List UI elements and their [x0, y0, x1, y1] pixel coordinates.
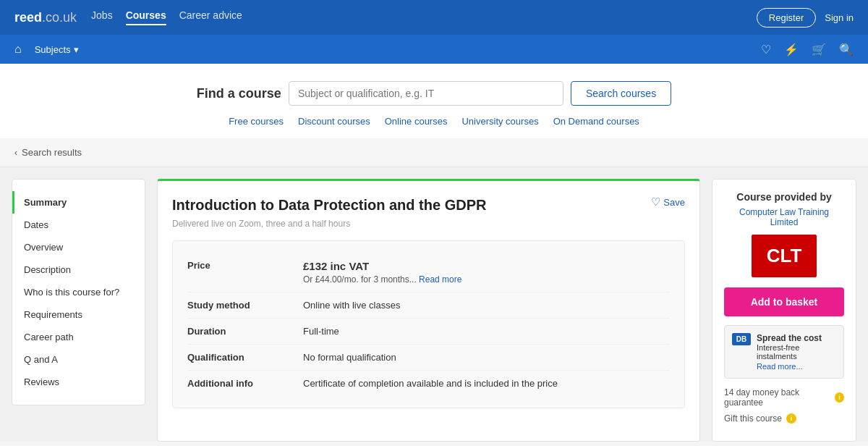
price-sub: Or £44.00/mo. for 3 months... Read more: [303, 274, 670, 285]
sidebar-item-dates[interactable]: Dates: [12, 214, 145, 236]
free-courses-link[interactable]: Free courses: [229, 116, 284, 127]
sidebar-item-label: Dates: [24, 219, 48, 230]
second-nav: ⌂ Subjects ▾ ♡ ⚡ 🛒 🔍: [0, 35, 868, 64]
nav-link-courses[interactable]: Courses: [126, 9, 166, 25]
sidebar-item-label: Q and A: [24, 354, 58, 365]
top-nav: reed.co.uk Jobs Courses Career advice Re…: [0, 0, 868, 35]
nav-left: reed.co.uk Jobs Courses Career advice: [14, 9, 242, 25]
course-main: Introduction to Data Protection and the …: [157, 179, 700, 442]
price-label: Price: [187, 260, 303, 285]
nav-links: Jobs Courses Career advice: [91, 9, 242, 25]
sign-in-link[interactable]: Sign in: [825, 12, 854, 23]
save-button[interactable]: ♡ Save: [651, 195, 685, 209]
sidebar-item-label: Overview: [24, 242, 63, 253]
sidebar-item-label: Requirements: [24, 309, 82, 320]
back-link[interactable]: ‹ Search results: [0, 138, 868, 167]
guarantee-info-icon[interactable]: i: [835, 392, 844, 403]
search-input[interactable]: [289, 81, 563, 106]
additional-info-row: Additional info Certificate of completio…: [187, 371, 670, 396]
spread-cost-title: Spread the cost: [757, 333, 836, 343]
subjects-label: Subjects: [35, 44, 71, 55]
price-value: £132 inc VAT Or £44.00/mo. for 3 months.…: [303, 260, 670, 285]
search-section: Find a course Search courses Free course…: [0, 64, 868, 138]
sidebar-item-qa[interactable]: Q and A: [12, 348, 145, 371]
duration-value: Full-time: [303, 326, 670, 337]
search-icon[interactable]: 🔍: [839, 43, 854, 56]
db-logo: DB: [732, 333, 751, 345]
logo[interactable]: reed.co.uk: [14, 10, 77, 25]
subjects-button[interactable]: Subjects ▾: [35, 44, 79, 55]
sidebar-item-who[interactable]: Who is this course for?: [12, 281, 145, 303]
chevron-down-icon: ▾: [74, 44, 79, 55]
sidebar-item-label: Summary: [24, 197, 67, 208]
course-links: Free courses Discount courses Online cou…: [14, 116, 854, 127]
price-main: £132 inc VAT: [303, 260, 670, 272]
back-arrow-icon: ‹: [14, 148, 17, 158]
provider-title: Course provided by: [724, 191, 844, 203]
left-sidebar: Summary Dates Overview Description Who i…: [12, 179, 145, 405]
additional-info-label: Additional info: [187, 378, 303, 389]
discount-courses-link[interactable]: Discount courses: [298, 116, 370, 127]
find-label: Find a course: [197, 86, 281, 101]
delivered-text: Delivered live on Zoom, three and a half…: [172, 219, 685, 229]
price-sub-text: Or £44.00/mo. for 3 months...: [303, 274, 417, 285]
basket-icon[interactable]: 🛒: [812, 43, 826, 56]
duration-row: Duration Full-time: [187, 319, 670, 345]
sidebar-item-requirements[interactable]: Requirements: [12, 303, 145, 326]
spread-cost-text: Spread the cost Interest-free instalment…: [757, 333, 836, 371]
university-courses-link[interactable]: University courses: [461, 116, 538, 127]
study-method-value: Online with live classes: [303, 300, 670, 311]
online-courses-link[interactable]: Online courses: [385, 116, 448, 127]
second-nav-right: ♡ ⚡ 🛒 🔍: [761, 43, 854, 56]
gift-info-icon[interactable]: i: [786, 413, 796, 424]
guarantee-label: 14 day money back guarantee: [724, 387, 830, 408]
sidebar-item-label: Reviews: [24, 376, 59, 387]
wishlist-icon[interactable]: ♡: [761, 43, 771, 56]
add-to-basket-button[interactable]: Add to basket: [724, 287, 844, 316]
read-more-link[interactable]: Read more: [419, 274, 461, 285]
spread-read-more-link[interactable]: Read more...: [757, 362, 836, 371]
share-icon[interactable]: ⚡: [784, 43, 799, 56]
search-button[interactable]: Search courses: [571, 81, 671, 106]
right-sidebar: Course provided by Computer Law Training…: [712, 179, 856, 442]
back-link-text: Search results: [22, 147, 82, 158]
qualification-row: Qualification No formal qualification: [187, 345, 670, 371]
register-button[interactable]: Register: [757, 8, 816, 28]
guarantee-row: 14 day money back guarantee i: [724, 387, 844, 408]
logo-text: reed: [14, 10, 42, 25]
qualification-label: Qualification: [187, 352, 303, 363]
sidebar-item-label: Who is this course for?: [24, 287, 119, 298]
duration-label: Duration: [187, 326, 303, 337]
price-row: Price £132 inc VAT Or £44.00/mo. for 3 m…: [187, 253, 670, 293]
provider-logo[interactable]: CLT: [752, 235, 817, 277]
sidebar-item-label: Description: [24, 264, 71, 275]
nav-link-jobs[interactable]: Jobs: [91, 9, 113, 25]
home-icon[interactable]: ⌂: [14, 43, 22, 56]
course-header: Introduction to Data Protection and the …: [172, 195, 685, 214]
course-details: Price £132 inc VAT Or £44.00/mo. for 3 m…: [172, 240, 685, 408]
nav-right: Register Sign in: [757, 8, 854, 28]
sidebar-item-overview[interactable]: Overview: [12, 236, 145, 258]
save-label: Save: [663, 197, 685, 208]
search-row: Find a course Search courses: [14, 81, 854, 106]
on-demand-courses-link[interactable]: On Demand courses: [553, 116, 639, 127]
sidebar-item-reviews[interactable]: Reviews: [12, 371, 145, 393]
study-method-row: Study method Online with live classes: [187, 293, 670, 319]
heart-icon: ♡: [651, 195, 660, 209]
provider-name[interactable]: Computer Law Training Limited: [724, 207, 844, 227]
course-title: Introduction to Data Protection and the …: [172, 195, 486, 214]
second-nav-left: ⌂ Subjects ▾: [14, 43, 79, 56]
study-method-label: Study method: [187, 300, 303, 311]
additional-info-value: Certificate of completion available and …: [303, 378, 670, 389]
spread-cost-subtitle: Interest-free instalments: [757, 343, 836, 361]
content-wrapper: Summary Dates Overview Description Who i…: [0, 167, 868, 442]
sidebar-item-career[interactable]: Career path: [12, 326, 145, 348]
nav-link-career[interactable]: Career advice: [179, 9, 242, 25]
gift-label[interactable]: Gift this course: [724, 413, 782, 424]
sidebar-item-label: Career path: [24, 332, 74, 342]
gift-row: Gift this course i: [724, 413, 844, 424]
logo-domain: .co.uk: [42, 10, 77, 25]
spread-cost-section: DB Spread the cost Interest-free instalm…: [724, 325, 844, 379]
sidebar-item-description[interactable]: Description: [12, 258, 145, 281]
sidebar-item-summary[interactable]: Summary: [12, 191, 145, 214]
